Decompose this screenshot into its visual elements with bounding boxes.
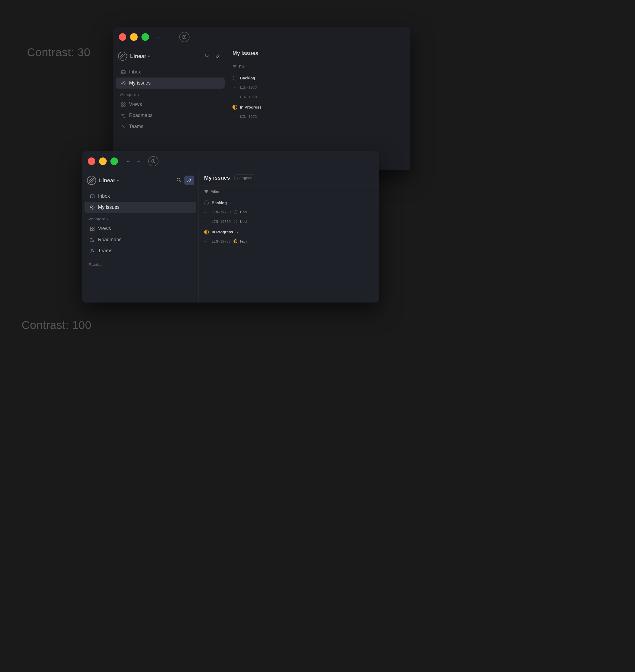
issue-menu-2[interactable]: ··· xyxy=(233,94,237,99)
table-row[interactable]: ··· LIN-19739 Upd xyxy=(199,217,379,226)
sidebar-header-1: Linear ▾ xyxy=(113,48,227,64)
section-inprogress-header-2: In Progress 5 xyxy=(199,226,379,237)
issue-id-1: LIN-1973 xyxy=(240,85,257,89)
filter-row-2: Filter xyxy=(199,186,379,197)
table-row[interactable]: ··· LIN-1973 xyxy=(227,83,410,92)
panel-header-2: My issues Assigned xyxy=(199,170,379,186)
workspace-arrow-1: ▾ xyxy=(138,93,139,96)
sidebar-item-views-1[interactable]: Views xyxy=(115,99,225,110)
issue-id-2: LIN-1973 xyxy=(240,95,257,99)
app-name-2: Linear ▾ xyxy=(99,177,119,184)
table-row[interactable]: ··· LIN-1973 xyxy=(227,92,410,102)
app-chevron-2: ▾ xyxy=(117,178,119,182)
clock-button-1[interactable] xyxy=(179,32,190,42)
titlebar-1: ← → xyxy=(113,27,410,46)
issue-status-4 xyxy=(234,210,237,214)
inprogress-name-2: In Progress xyxy=(212,230,233,234)
back-arrow-1[interactable]: ← xyxy=(157,34,162,40)
section-inprogress-header-1: In Progress xyxy=(227,102,410,112)
inprogress-icon-1 xyxy=(233,105,237,110)
close-button-2[interactable] xyxy=(88,157,95,165)
teams-label-2: Teams xyxy=(98,248,112,254)
clock-button-2[interactable] xyxy=(148,156,158,166)
sidebar-item-inbox-2[interactable]: Inbox xyxy=(85,191,196,202)
maximize-button-2[interactable] xyxy=(110,157,118,165)
backlog-icon-1 xyxy=(233,75,237,81)
app-name-1: Linear ▾ xyxy=(130,53,150,60)
contrast-label-bottom: Contrast: 100 xyxy=(22,319,91,332)
minimize-button-2[interactable] xyxy=(99,157,107,165)
teams-icon-1 xyxy=(121,124,126,129)
issue-menu-6[interactable]: ··· xyxy=(204,239,209,243)
section-inprogress-2: In Progress 5 ··· LIN-19737 Fix i xyxy=(199,226,379,246)
back-arrow-2[interactable]: ← xyxy=(126,158,131,164)
teams-label-1: Teams xyxy=(129,124,144,129)
issue-id-5: LIN-19739 xyxy=(212,220,231,224)
compose-button-1[interactable] xyxy=(213,51,222,61)
assigned-tab[interactable]: Assigned xyxy=(234,174,256,181)
sidebar-item-roadmaps-1[interactable]: Roadmaps xyxy=(115,110,225,121)
inbox-icon-2 xyxy=(90,194,95,199)
inprogress-name-1: In Progress xyxy=(240,105,261,109)
inprogress-icon-2 xyxy=(204,230,209,235)
svg-rect-7 xyxy=(124,103,125,104)
search-button-2[interactable] xyxy=(175,176,182,185)
panel-header-1: My issues xyxy=(227,46,410,61)
svg-rect-9 xyxy=(124,105,125,106)
issue-menu-5[interactable]: ··· xyxy=(204,219,209,224)
myissues-label-1: My issues xyxy=(129,80,151,86)
views-icon-1 xyxy=(121,102,126,107)
window-2: ← → xyxy=(82,151,379,303)
views-icon-2 xyxy=(90,226,95,231)
filter-icon-2 xyxy=(204,189,209,194)
myissues-label-2: My issues xyxy=(98,204,119,210)
roadmaps-icon-2 xyxy=(90,237,95,242)
table-row[interactable]: ··· LIN-1973 xyxy=(227,112,410,121)
filter-label-1[interactable]: Filter xyxy=(239,64,248,69)
maximize-button-1[interactable] xyxy=(141,33,149,41)
workspace-section-2: Workspace ▾ xyxy=(82,213,198,223)
sidebar-actions-2 xyxy=(175,176,194,185)
linear-logo-1 xyxy=(118,51,127,61)
svg-point-21 xyxy=(91,249,93,251)
sidebar-item-myissues-2[interactable]: My issues xyxy=(85,202,196,213)
issue-id-6: LIN-19737 xyxy=(212,239,231,243)
forward-arrow-1[interactable]: → xyxy=(168,34,172,40)
titlebar-2: ← → xyxy=(82,151,379,170)
table-row[interactable]: ··· LIN-19738 Upd xyxy=(199,208,379,217)
filter-label-2[interactable]: Filter xyxy=(211,189,219,194)
sidebar-item-roadmaps-2[interactable]: Roadmaps xyxy=(85,234,196,245)
inbox-icon-1 xyxy=(121,70,126,74)
issue-menu-3[interactable]: ··· xyxy=(233,114,237,118)
minimize-button-1[interactable] xyxy=(130,33,138,41)
issue-id-3: LIN-1973 xyxy=(240,114,257,118)
sidebar-item-inbox-1[interactable]: Inbox xyxy=(115,66,225,78)
search-button-1[interactable] xyxy=(203,52,211,60)
inprogress-count-2: 5 xyxy=(236,230,238,234)
filter-row-1: Filter xyxy=(227,61,410,72)
svg-point-13 xyxy=(177,178,180,181)
sidebar-item-views-2[interactable]: Views xyxy=(85,223,196,234)
sidebar-header-2: Linear ▾ xyxy=(82,172,198,189)
nav-arrows-1: ← → xyxy=(157,34,172,40)
table-row[interactable]: ··· LIN-19737 Fix i xyxy=(199,237,379,246)
close-button-1[interactable] xyxy=(119,33,126,41)
traffic-lights-2 xyxy=(88,157,118,165)
issue-id-4: LIN-19738 xyxy=(212,210,231,214)
sidebar-item-teams-2[interactable]: Teams xyxy=(85,245,196,256)
svg-rect-19 xyxy=(90,229,92,231)
backlog-name-1: Backlog xyxy=(240,76,255,80)
issue-menu-1[interactable]: ··· xyxy=(233,85,237,89)
teams-icon-2 xyxy=(90,248,95,253)
forward-arrow-2[interactable]: → xyxy=(136,158,141,164)
issue-menu-4[interactable]: ··· xyxy=(204,210,209,214)
backlog-icon-2 xyxy=(204,200,209,205)
sidebar-item-myissues-1[interactable]: My issues xyxy=(115,78,225,89)
compose-button-2[interactable] xyxy=(184,176,194,185)
sidebar-item-teams-1[interactable]: Teams xyxy=(115,121,225,132)
window-body-2: Linear ▾ xyxy=(82,170,379,303)
section-inprogress-1: In Progress ··· LIN-1973 xyxy=(227,102,410,121)
issue-title-5: Upd xyxy=(240,220,247,224)
svg-point-10 xyxy=(123,125,124,127)
backlog-count-2: 2 xyxy=(229,201,232,205)
